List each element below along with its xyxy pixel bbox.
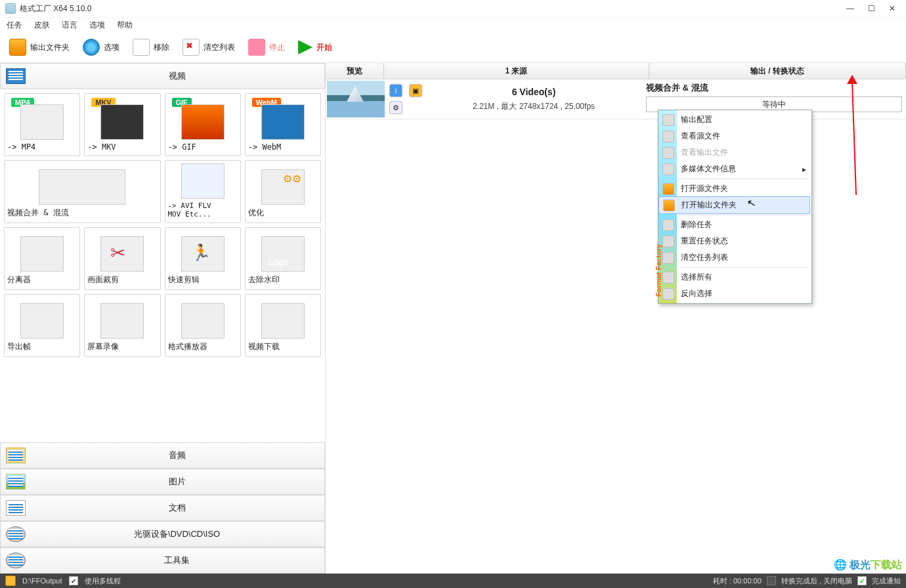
ctx-view-output-file: 查看输出文件 xyxy=(658,144,811,161)
menu-skin[interactable]: 皮肤 xyxy=(34,20,50,31)
header-source[interactable]: 1 来源 xyxy=(384,63,649,79)
clear-list-button[interactable]: 清空列表 xyxy=(179,37,239,57)
invert-icon xyxy=(662,288,674,300)
player-icon xyxy=(181,303,225,339)
split-icon xyxy=(20,236,64,272)
stop-button[interactable]: 停止 xyxy=(244,37,289,57)
tile-screen-record[interactable]: 屏幕录像 xyxy=(84,294,160,357)
multithread-checkbox[interactable]: ✔ xyxy=(69,576,78,585)
task-mini-buttons: i ⚙ xyxy=(386,79,406,119)
separator xyxy=(678,215,809,215)
separator xyxy=(678,267,809,268)
elapsed-time: 耗时 : 00:00:00 xyxy=(713,576,762,586)
delete-icon xyxy=(662,219,674,231)
ctx-delete-task[interactable]: 删除任务 xyxy=(658,217,811,233)
chevron-right-icon: ▸ xyxy=(802,165,806,174)
output-path[interactable]: D:\FFOutput xyxy=(22,577,62,585)
stop-icon xyxy=(248,39,265,56)
category-audio[interactable]: 音频 xyxy=(0,442,325,469)
film-icon xyxy=(100,104,144,140)
start-button[interactable]: 开始 xyxy=(294,39,336,56)
download-icon xyxy=(261,303,305,339)
left-panel: 视频 MP4-> MP4 MKV-> MKV GIF-> GIF WebM-> … xyxy=(0,63,326,574)
category-document[interactable]: 文档 xyxy=(0,495,325,521)
task-source: 6 Video(s) 2.21M , 最大 2748x1724 , 25.00f… xyxy=(425,79,642,119)
status-bar: D:\FFOutput ✔ 使用多线程 耗时 : 00:00:00 转换完成后 … xyxy=(0,574,906,588)
tile-crop[interactable]: 画面裁剪 xyxy=(84,227,160,290)
remove-button[interactable]: 移除 xyxy=(129,37,173,57)
film-icon xyxy=(261,104,305,140)
folder-icon xyxy=(662,183,674,195)
window-title: 格式工厂 X64 5.10.0 xyxy=(20,3,91,14)
tile-player[interactable]: 格式播放器 xyxy=(165,294,241,357)
folder-small-icon[interactable]: ▣ xyxy=(409,84,422,97)
shutdown-checkbox[interactable] xyxy=(767,576,776,585)
options-button[interactable]: 选项 xyxy=(79,37,123,57)
eraser-icon xyxy=(261,236,305,272)
menu-options[interactable]: 选项 xyxy=(89,20,105,31)
tile-export-frame[interactable]: 导出帧 xyxy=(4,294,80,357)
video-tiles-grid: MP4-> MP4 MKV-> MKV GIF-> GIF WebM-> Web… xyxy=(0,89,325,442)
tile-avi-etc[interactable]: -> AVI FLV MOV Etc... xyxy=(165,160,241,223)
export-icon xyxy=(20,303,64,339)
category-tools[interactable]: 工具集 xyxy=(0,547,325,574)
notify-label: 完成通知 xyxy=(872,576,901,586)
tile-webm[interactable]: WebM-> WebM xyxy=(245,93,321,156)
reset-icon xyxy=(662,236,674,247)
info-icon[interactable]: i xyxy=(389,84,402,97)
output-folder-button[interactable]: 输出文件夹 xyxy=(5,37,74,57)
ctx-open-source-folder[interactable]: 打开源文件夹 xyxy=(658,180,811,197)
settings-small-icon[interactable]: ⚙ xyxy=(389,101,402,114)
task-panel: 预览 1 来源 输出 / 转换状态 i ⚙ ▣ · 6 Video(s) 2.2… xyxy=(326,63,906,574)
minimize-button[interactable]: — xyxy=(846,4,855,13)
info-icon xyxy=(662,163,674,175)
merge-icon xyxy=(39,169,125,205)
task-video-count: 6 Video(s) xyxy=(512,87,556,97)
tile-remove-watermark[interactable]: 去除水印 xyxy=(245,227,321,290)
ctx-view-source-file[interactable]: 查看源文件 xyxy=(658,128,811,144)
clear-icon xyxy=(662,252,674,264)
tile-quick-cut[interactable]: 快速剪辑 xyxy=(165,227,241,290)
picture-icon xyxy=(6,474,26,490)
tile-gif[interactable]: GIF-> GIF xyxy=(165,93,241,156)
shutdown-label: 转换完成后 , 关闭电脑 xyxy=(781,576,852,586)
ctx-reset-task[interactable]: 重置任务状态 xyxy=(658,233,811,249)
category-video[interactable]: 视频 xyxy=(0,63,325,89)
task-output-title: 视频合并 & 混流 xyxy=(646,82,902,94)
ctx-select-all[interactable]: 选择所有 xyxy=(658,269,811,285)
ctx-open-output-folder[interactable]: 打开输出文件夹 xyxy=(658,196,810,214)
menu-language[interactable]: 语言 xyxy=(62,20,77,31)
ctx-clear-tasks[interactable]: 清空任务列表 xyxy=(658,249,811,266)
image-icon xyxy=(181,104,225,140)
task-row[interactable]: i ⚙ ▣ · 6 Video(s) 2.21M , 最大 2748x1724 … xyxy=(326,79,906,119)
page-icon xyxy=(133,39,150,56)
header-output[interactable]: 输出 / 转换状态 xyxy=(649,63,906,79)
menu-task[interactable]: 任务 xyxy=(7,20,22,31)
film-icon xyxy=(20,104,64,140)
folder-icon[interactable] xyxy=(5,576,16,586)
ctx-media-info[interactable]: 多媒体文件信息▸ xyxy=(658,161,811,177)
tile-merge-mux[interactable]: 视频合并 & 混流 xyxy=(4,160,161,223)
header-preview[interactable]: 预览 xyxy=(326,63,384,79)
ctx-invert-selection[interactable]: 反向选择 xyxy=(658,285,811,302)
category-dvd[interactable]: 光驱设备\DVD\CD\ISO xyxy=(0,521,325,547)
tile-mkv[interactable]: MKV-> MKV xyxy=(84,93,160,156)
tile-optimize[interactable]: 优化 xyxy=(245,160,321,223)
select-all-icon xyxy=(662,272,674,284)
video-icon xyxy=(6,68,26,84)
menu-help[interactable]: 帮助 xyxy=(117,20,133,31)
maximize-button[interactable]: ☐ xyxy=(867,4,876,13)
config-icon xyxy=(662,114,674,126)
formats-icon xyxy=(181,163,225,199)
tile-mp4[interactable]: MP4-> MP4 xyxy=(4,93,80,156)
close-button[interactable]: ✕ xyxy=(888,4,897,13)
cut-icon xyxy=(181,236,225,272)
tile-splitter[interactable]: 分离器 xyxy=(4,227,80,290)
category-picture[interactable]: 图片 xyxy=(0,469,325,495)
gear-icon xyxy=(83,39,100,56)
context-menu: Format Factory 输出配置 查看源文件 查看输出文件 多媒体文件信息… xyxy=(658,110,812,304)
tile-video-download[interactable]: 视频下载 xyxy=(245,294,321,357)
app-icon xyxy=(5,3,16,14)
notify-checkbox[interactable]: ✔ xyxy=(857,576,867,585)
ctx-output-config[interactable]: 输出配置 xyxy=(658,112,811,128)
